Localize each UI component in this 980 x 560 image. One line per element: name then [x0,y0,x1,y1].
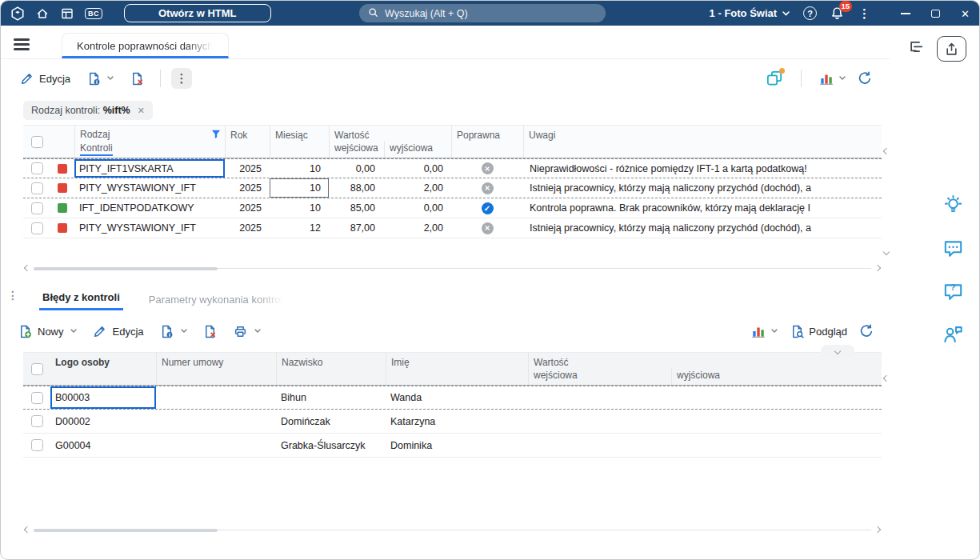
row-checkbox[interactable] [31,392,43,404]
open-in-html-button[interactable]: Otwórz w HTML [124,4,271,22]
chevron-down-icon [254,329,261,334]
scrollbar-track[interactable] [34,268,871,269]
bc-badge[interactable]: BC [85,8,102,19]
column-header-rok[interactable]: Rok [225,126,270,158]
hamburger-menu-icon[interactable] [14,38,30,50]
column-header-wejsciowa[interactable]: wejściowa [529,368,671,385]
refresh-button[interactable] [858,71,872,86]
company-selector[interactable]: 1 - Foto Świat [710,7,790,19]
collapse-panel-button[interactable] [821,345,854,358]
scroll-down-icon[interactable] [883,249,890,255]
row-checkbox[interactable] [31,439,43,451]
header-wartosc-label: Wartość [330,126,451,141]
search-input[interactable] [385,8,597,19]
notifications-bell-icon[interactable]: 15 [830,6,845,21]
row-checkbox[interactable] [31,182,43,194]
table-row[interactable]: PITY_WYSTAWIONY_IFT 2025 10 88,00 2,00 I… [23,178,882,198]
delete-button[interactable] [124,67,150,90]
filter-chip[interactable]: Rodzaj kontroli: %ift% [23,101,153,120]
table-row[interactable]: G00004 Grabka-Ślusarczyk Dominika [23,434,882,458]
close-icon[interactable] [961,6,970,21]
document-info-button[interactable] [81,67,119,90]
print-button[interactable] [228,320,266,342]
analysis-chart-button[interactable] [819,71,846,86]
scrollbar-track[interactable] [34,530,871,530]
tab-parametry-wykonania-kontroli[interactable]: Parametry wykonania kontroli [146,287,289,310]
row-checkbox[interactable] [31,162,43,174]
column-header-uwagi[interactable]: Uwagi [523,126,882,158]
table-row[interactable]: PITY_WYSTAWIONY_IFT 2025 12 87,00 2,00 I… [23,218,882,238]
panels-icon[interactable] [909,39,925,58]
scroll-right-icon[interactable] [874,265,881,271]
chevron-down-icon [782,11,790,16]
more-actions-button[interactable] [171,68,192,89]
scroll-left-icon[interactable] [24,526,30,533]
feedback-chat-icon[interactable] [942,238,963,258]
scrollbar-thumb[interactable] [34,529,218,532]
share-button[interactable] [937,36,966,62]
column-header-imie[interactable]: Imię [386,353,528,385]
column-header-logo-osoby[interactable]: Logo osoby [50,353,156,385]
row-checkbox[interactable] [31,222,43,234]
delete-button[interactable] [198,320,223,342]
tab-bledy-z-kontroli[interactable]: Błędy z kontroli [39,285,123,310]
column-header-wartosc[interactable]: Wartość wejściowa wyjściowa [528,353,882,385]
drag-handle-icon[interactable] [7,288,18,302]
horizontal-scrollbar[interactable] [23,262,882,274]
help-chat-icon[interactable] [942,281,963,302]
new-button[interactable]: Nowy [12,320,82,342]
maximize-icon[interactable] [931,10,940,18]
chevron-down-icon [107,76,114,81]
table-row[interactable]: D00002 Domińczak Katarzyna [23,410,882,434]
column-header-wartosc[interactable]: Wartość wejściowa wyjściowa [329,126,451,158]
row-checkbox[interactable] [31,202,43,214]
modules-icon[interactable] [60,6,74,21]
column-header-rodzaj[interactable]: Rodzaj Kontroli [74,126,225,158]
cell-numer [156,410,276,433]
column-header-poprawna[interactable]: Poprawna [451,126,523,158]
scroll-right-icon[interactable] [874,526,881,533]
column-header-wejsciowa[interactable]: wejściowa [330,141,384,158]
table-row[interactable]: B00003 Bihun Wanda [23,386,882,410]
home-icon[interactable] [35,6,50,21]
analysis-chart-button[interactable] [751,324,778,338]
scrollbar-thumb[interactable] [34,267,218,270]
horizontal-scrollbar[interactable] [23,524,882,535]
select-all-checkbox[interactable] [31,136,43,148]
help-icon[interactable] [803,6,817,20]
select-all-checkbox[interactable] [31,363,43,375]
column-header-wyjsciowa[interactable]: wyjściowa [384,141,451,158]
cell-miesiac-focused: 10 [270,178,329,198]
app-logo-icon[interactable] [10,6,25,21]
table-row[interactable]: PITY_IFT1VSKARTA 2025 10 0,00 0,00 Niepr… [23,158,882,178]
minimize-icon[interactable] [901,13,910,14]
tab-kontrole-poprawnosci-danych[interactable]: Kontrole poprawności danych [62,33,229,58]
preview-button[interactable]: Podgląd [790,324,847,338]
row-checkbox[interactable] [31,415,43,427]
titlebar-menu-icon[interactable] [858,6,870,21]
layout-columns-icon[interactable] [766,70,783,87]
remove-filter-icon[interactable] [138,105,145,116]
refresh-button[interactable] [859,324,874,338]
edit-button[interactable]: Edycja [14,67,76,90]
cell-wejsciowa: 88,00 [329,178,383,198]
column-header-miesiac[interactable]: Miesiąc [270,126,329,158]
grid-collapse-icon[interactable] [883,375,890,382]
grid-empty-space [23,458,882,524]
document-info-button[interactable] [154,320,193,342]
scroll-left-icon[interactable] [24,265,30,271]
column-header-nazwisko[interactable]: Nazwisko [276,353,386,385]
column-header-wyjsciowa[interactable]: wyjściowa [671,368,882,385]
cell-wyjsciowa [670,386,882,409]
edit-button[interactable]: Edycja [87,320,150,342]
grid-collapse-icon[interactable] [883,148,890,154]
header-wartosc-sub: wejściowa wyjściowa [529,368,882,385]
global-search[interactable] [359,4,606,22]
filter-funnel-icon[interactable] [211,130,221,142]
status-indicator [58,164,67,174]
column-header-numer-umowy[interactable]: Numer umowy [156,353,276,385]
table-row[interactable]: IFT_IDENTPODATKOWY 2025 10 85,00 0,00 Ko… [23,198,882,218]
lightbulb-icon[interactable] [942,194,963,215]
community-icon[interactable] [942,324,963,345]
chevron-down-icon [181,329,187,334]
